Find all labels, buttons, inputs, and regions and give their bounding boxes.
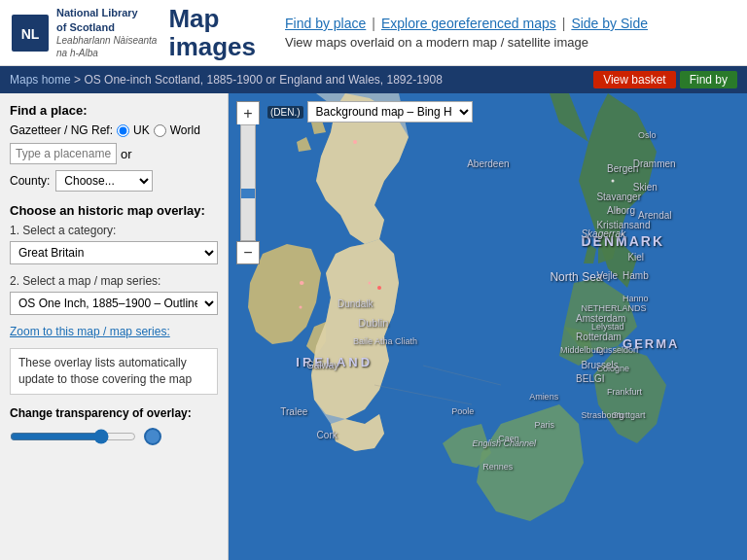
slider-circle-indicator (144, 428, 161, 445)
den-label: (DEN.) (267, 106, 303, 119)
breadcrumb: Maps home > OS One-inch Scotland, 1885-1… (10, 73, 593, 87)
bg-map-select[interactable]: Background map – Bing Hybrid Background … (307, 101, 473, 122)
header: NL National Library of Scotland Leabharl… (0, 0, 747, 66)
logo-line3: Leabharlann Nàiseanta (56, 34, 157, 47)
svg-point-12 (617, 209, 620, 212)
breadcrumb-buttons: View basket Find by (593, 71, 737, 88)
svg-point-5 (377, 286, 381, 290)
breadcrumb-home-link[interactable]: Maps home (10, 73, 71, 87)
radio-world-label[interactable]: World (170, 123, 200, 137)
explore-georef-link[interactable]: Explore georeferenced maps (381, 16, 556, 31)
category-select[interactable]: Great Britain Scotland England Wales (10, 241, 218, 264)
transparency-slider-row (10, 428, 218, 445)
logo-line1: National Library (56, 6, 157, 19)
historic-overlay-label: Choose an historic map overlay: (10, 203, 218, 218)
view-basket-button[interactable]: View basket (593, 71, 675, 88)
or-label: or (121, 147, 132, 161)
transparency-label: Change transparency of overlay: (10, 406, 218, 420)
mapseries-select[interactable]: OS One Inch, 1885–1900 – Outline OS One … (10, 292, 218, 315)
breadcrumb-map1: OS One-inch Scotland, 1885-1900 (84, 73, 262, 87)
zoom-to-map-link[interactable]: Zoom to this map / map series: (10, 325, 218, 338)
header-nav-links: Find by place | Explore georeferenced ma… (285, 16, 648, 31)
county-row: County: Choose... Aberdeenshire Angus Ar… (10, 170, 218, 192)
logo-line2: of Scotland (56, 20, 157, 34)
header-nav: Find by place | Explore georeferenced ma… (285, 16, 648, 50)
page-title: Mapimages (168, 5, 256, 60)
county-select[interactable]: Choose... Aberdeenshire Angus Argyll (55, 170, 153, 192)
svg-point-7 (353, 140, 357, 144)
select-category-label: 1. Select a category: (10, 224, 218, 237)
gazetteer-label: Gazetteer / NG Ref: (10, 123, 113, 137)
nav-sep2: | (562, 16, 566, 31)
map-controls: + − (236, 101, 260, 264)
zoom-slider-handle (241, 189, 255, 198)
side-by-side-link[interactable]: Side by Side (571, 16, 648, 31)
breadcrumb-or: or (266, 73, 279, 87)
zoom-out-button[interactable]: − (236, 241, 260, 264)
header-subtitle: View maps overlaid on a modern map / sat… (285, 35, 648, 50)
zoom-in-button[interactable]: + (236, 101, 260, 124)
breadcrumb-map2: England and Wales, 1892-1908 (279, 73, 443, 87)
map-area[interactable]: + − (DEN.) Background map – Bing Hybrid … (229, 93, 747, 560)
zoom-slider-vertical[interactable] (240, 124, 256, 241)
main-content: Find a place: Gazetteer / NG Ref: UK Wor… (0, 93, 747, 560)
svg-text:NL: NL (21, 26, 40, 42)
nls-logo-icon: NL (12, 15, 49, 52)
find-by-button[interactable]: Find by (680, 71, 737, 88)
select-mapseries-label: 2. Select a map / map series: (10, 274, 218, 288)
radio-uk-label[interactable]: UK (133, 123, 150, 137)
overlay-info-box: These overlay lists automatically update… (10, 348, 218, 395)
find-place-label: Find a place: (10, 103, 218, 118)
radio-world[interactable] (154, 124, 166, 137)
find-by-place-link[interactable]: Find by place (285, 16, 366, 31)
placename-row: or (10, 143, 218, 164)
placename-input[interactable] (10, 143, 117, 164)
left-panel: Find a place: Gazetteer / NG Ref: UK Wor… (0, 93, 229, 560)
svg-point-10 (302, 282, 304, 285)
svg-point-11 (612, 180, 615, 183)
county-label: County: (10, 174, 50, 188)
svg-point-9 (300, 306, 302, 309)
gazetteer-row: Gazetteer / NG Ref: UK World (10, 123, 218, 137)
breadcrumb-bar: Maps home > OS One-inch Scotland, 1885-1… (0, 66, 747, 93)
logo-line4: na h-Alba (56, 47, 157, 59)
breadcrumb-sep1: > (74, 73, 84, 87)
logo-text: National Library of Scotland Leabharlann… (56, 6, 157, 59)
svg-point-13 (622, 233, 624, 236)
map-background (229, 93, 747, 560)
logo-area: NL National Library of Scotland Leabharl… (12, 6, 157, 59)
radio-uk[interactable] (117, 124, 129, 137)
transparency-slider[interactable] (10, 429, 136, 444)
bg-map-selector: (DEN.) Background map – Bing Hybrid Back… (267, 101, 473, 122)
svg-point-6 (369, 282, 372, 285)
nav-sep1: | (372, 16, 375, 31)
